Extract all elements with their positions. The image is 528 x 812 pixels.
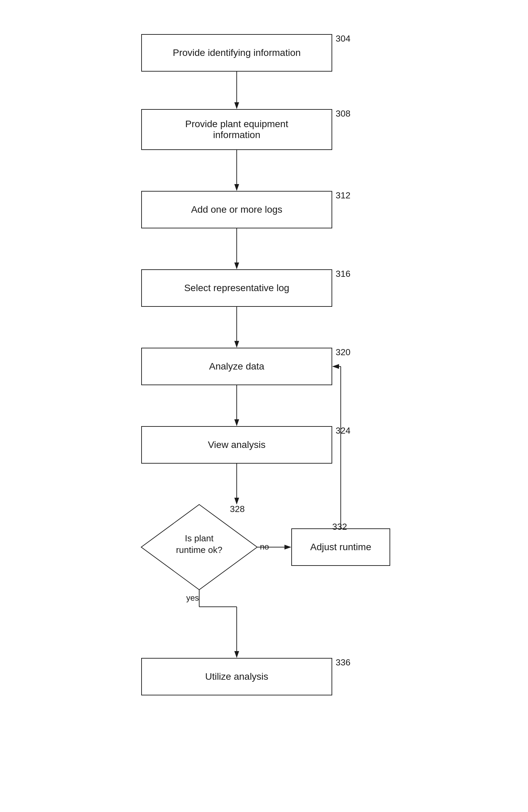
box-view-analysis: View analysis (141, 426, 332, 464)
label-320: 320 (336, 347, 350, 358)
box-provide-identifying-info: Provide identifying information (141, 34, 332, 72)
diamond-is-plant-runtime-ok: Is plant runtime ok? (141, 505, 257, 590)
label-yes: yes (186, 593, 199, 603)
label-332: 332 (332, 522, 347, 532)
box-adjust-runtime: Adjust runtime (291, 528, 390, 566)
label-308: 308 (336, 108, 350, 119)
box-select-rep-log: Select representative log (141, 269, 332, 307)
box-analyze-data: Analyze data (141, 348, 332, 385)
flowchart-container: Provide identifying information 304 Prov… (111, 14, 417, 798)
box-utilize-analysis: Utilize analysis (141, 658, 332, 695)
svg-text:Is plant: Is plant (185, 533, 214, 543)
label-336: 336 (336, 657, 350, 668)
box-provide-plant-equipment: Provide plant equipment information (141, 109, 332, 150)
box-add-logs: Add one or more logs (141, 191, 332, 228)
label-316: 316 (336, 269, 350, 279)
label-304: 304 (336, 33, 350, 44)
label-324: 324 (336, 425, 350, 436)
svg-text:runtime ok?: runtime ok? (176, 545, 223, 555)
label-312: 312 (336, 190, 350, 201)
label-no: no (260, 542, 269, 552)
label-328: 328 (230, 504, 245, 514)
